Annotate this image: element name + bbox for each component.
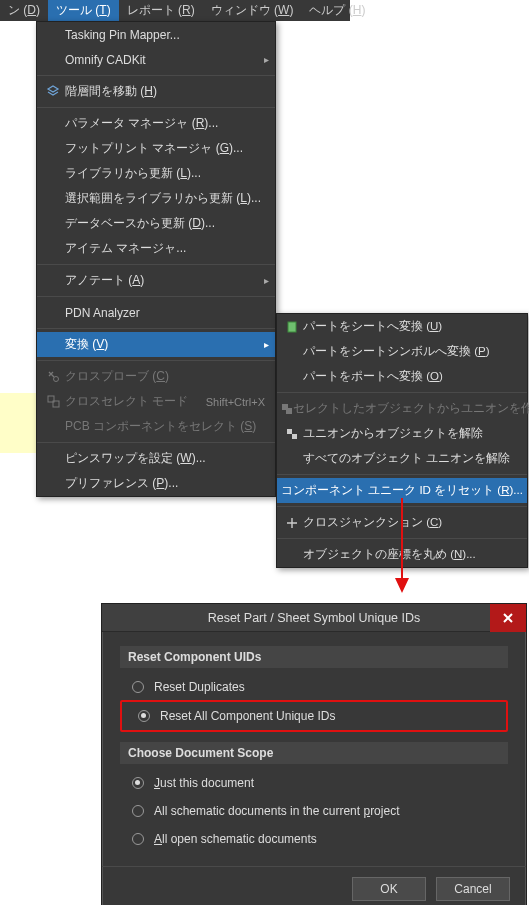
highlight-box: Reset All Component Unique IDs [120, 700, 508, 732]
radio-icon [132, 777, 144, 789]
layers-icon [41, 85, 65, 99]
menu-tools[interactable]: ツール (T) [48, 0, 119, 21]
submenu-item-cross-junction[interactable]: クロスジャンクション (C) [277, 510, 527, 535]
submenu-item-create-union[interactable]: セレクトしたオブジェクトからユニオンを作成 [277, 396, 527, 421]
convert-submenu: パートをシートへ変換 (U) パートをシートシンボルへ変換 (P) パートをポー… [276, 313, 528, 568]
menu-separator [37, 442, 275, 443]
menu-item-cross-select-mode[interactable]: クロスセレクト モード Shift+Ctrl+X [37, 389, 275, 414]
radio-icon [132, 833, 144, 845]
menu-item-parameter-manager[interactable]: パラメータ マネージャ (R)... [37, 111, 275, 136]
menu-separator [37, 360, 275, 361]
group-header-reset-uids: Reset Component UIDs [120, 646, 508, 668]
submenu-item-part-to-sheet[interactable]: パートをシートへ変換 (U) [277, 314, 527, 339]
menu-item-convert[interactable]: 変換 (V) [37, 332, 275, 357]
submenu-item-part-to-port[interactable]: パートをポートへ変換 (O) [277, 364, 527, 389]
dialog-title: Reset Part / Sheet Symbol Unique IDs [102, 611, 526, 625]
sheet-icon [281, 321, 303, 333]
menu-item-tasking-pin-mapper[interactable]: Tasking Pin Mapper... [37, 22, 275, 47]
submenu-item-part-to-sheet-symbol[interactable]: パートをシートシンボルへ変換 (P) [277, 339, 527, 364]
submenu-item-break-union[interactable]: ユニオンからオブジェクトを解除 [277, 421, 527, 446]
ok-button[interactable]: OK [352, 877, 426, 901]
svg-rect-3 [288, 322, 296, 332]
submenu-item-round-object-coords[interactable]: オブジェクトの座標を丸め (N)... [277, 542, 527, 567]
menu-item-pdn-analyzer[interactable]: PDN Analyzer [37, 300, 275, 325]
menu-separator [277, 392, 527, 393]
submenu-item-reset-component-unique-ids[interactable]: コンポーネント ユニーク ID をリセット (R)... [277, 478, 527, 503]
menu-separator [37, 75, 275, 76]
radio-icon [132, 681, 144, 693]
cross-probe-icon [41, 370, 65, 383]
menu-item-update-from-library[interactable]: ライブラリから更新 (L)... [37, 161, 275, 186]
menu-item-select-pcb-components[interactable]: PCB コンポーネントをセレクト (S) [37, 414, 275, 439]
close-icon [502, 612, 514, 624]
break-union-icon [281, 428, 303, 440]
main-menubar: ン (D) ツール (T) レポート (R) ウィンドウ (W) ヘルプ (H) [0, 0, 350, 21]
menu-item-annotate[interactable]: アノテート (A) [37, 268, 275, 293]
svg-rect-5 [286, 408, 292, 414]
menu-item-update-from-database[interactable]: データベースから更新 (D)... [37, 211, 275, 236]
menu-item-cross-probe[interactable]: クロスプローブ (C) [37, 364, 275, 389]
svg-point-0 [53, 377, 58, 382]
menu-window[interactable]: ウィンドウ (W) [203, 0, 302, 21]
close-button[interactable] [490, 604, 526, 632]
radio-just-this-document[interactable]: Just this document [120, 772, 508, 794]
radio-icon [138, 710, 150, 722]
tools-menu: Tasking Pin Mapper... Omnify CADKit 階層間を… [36, 21, 276, 497]
menu-separator [277, 474, 527, 475]
menu-separator [277, 538, 527, 539]
radio-reset-all-uids[interactable]: Reset All Component Unique IDs [126, 705, 502, 727]
menu-separator [277, 506, 527, 507]
menu-separator [37, 264, 275, 265]
radio-all-open-documents[interactable]: All open schematic documents [120, 828, 508, 850]
menu-item-preferences[interactable]: プリファレンス (P)... [37, 471, 275, 496]
radio-icon [132, 805, 144, 817]
menu-separator [37, 296, 275, 297]
menu-item-footprint-manager[interactable]: フットプリント マネージャ (G)... [37, 136, 275, 161]
menu-help[interactable]: ヘルプ (H) [301, 0, 373, 21]
dialog-titlebar[interactable]: Reset Part / Sheet Symbol Unique IDs [102, 604, 526, 632]
menu-item-item-manager[interactable]: アイテム マネージャ... [37, 236, 275, 261]
svg-rect-6 [287, 429, 292, 434]
reset-uids-dialog: Reset Part / Sheet Symbol Unique IDs Res… [101, 603, 527, 905]
menu-item-navigate-hierarchy[interactable]: 階層間を移動 (H) [37, 79, 275, 104]
menu-separator [37, 328, 275, 329]
editor-bg-strip [0, 393, 36, 453]
menu-item-update-selection-from-library[interactable]: 選択範囲をライブラリから更新 (L)... [37, 186, 275, 211]
cross-select-icon [41, 395, 65, 408]
group-header-document-scope: Choose Document Scope [120, 742, 508, 764]
submenu-item-break-all-unions[interactable]: すべてのオブジェクト ユニオンを解除 [277, 446, 527, 471]
svg-marker-9 [395, 578, 409, 593]
radio-all-in-project[interactable]: All schematic documents in the current p… [120, 800, 508, 822]
menu-item-configure-pin-swap[interactable]: ピンスワップを設定 (W)... [37, 446, 275, 471]
cancel-button[interactable]: Cancel [436, 877, 510, 901]
menu-separator [37, 107, 275, 108]
menu-item-omnify-cadkit[interactable]: Omnify CADKit [37, 47, 275, 72]
menu-design[interactable]: ン (D) [0, 0, 48, 21]
menu-report[interactable]: レポート (R) [119, 0, 203, 21]
radio-reset-duplicates[interactable]: Reset Duplicates [120, 676, 508, 698]
svg-rect-7 [292, 434, 297, 439]
union-icon [281, 403, 293, 415]
cross-icon [281, 517, 303, 529]
